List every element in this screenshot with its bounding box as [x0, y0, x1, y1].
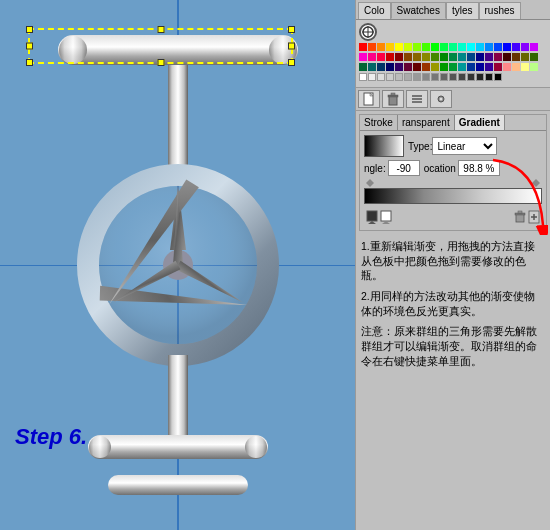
swatch-cell[interactable] [530, 43, 538, 51]
swatch-cell[interactable] [521, 53, 529, 61]
grayscale-swatch[interactable] [413, 73, 421, 81]
grayscale-swatch[interactable] [422, 73, 430, 81]
gradient-bar[interactable] [364, 188, 542, 204]
swatch-cell[interactable] [449, 63, 457, 71]
swatch-cell[interactable] [395, 43, 403, 51]
icon-settings[interactable] [430, 90, 452, 108]
grayscale-swatch[interactable] [368, 73, 376, 81]
swatch-cell[interactable] [368, 63, 376, 71]
swatch-cell[interactable] [530, 63, 538, 71]
grayscale-swatch[interactable] [377, 73, 385, 81]
angle-input[interactable] [388, 160, 420, 176]
swatch-cell[interactable] [521, 43, 529, 51]
type-select[interactable]: Linear [432, 137, 497, 155]
grayscale-swatch[interactable] [449, 73, 457, 81]
stop-diamond-right[interactable] [532, 179, 540, 187]
swatch-cell[interactable] [404, 53, 412, 61]
stop-black[interactable] [366, 210, 378, 224]
swatch-cell[interactable] [404, 63, 412, 71]
swatch-cell[interactable] [512, 63, 520, 71]
swatch-cell[interactable] [413, 53, 421, 61]
icon-menu[interactable] [406, 90, 428, 108]
stop-white[interactable] [380, 210, 392, 224]
handle-mr[interactable] [288, 43, 295, 50]
handle-tl[interactable] [26, 26, 33, 33]
handle-bm[interactable] [157, 59, 164, 66]
swatch-cell[interactable] [386, 63, 394, 71]
grayscale-swatch[interactable] [395, 73, 403, 81]
stop-diamond-left[interactable] [366, 179, 374, 187]
tab-color[interactable]: Colo [358, 2, 391, 19]
swatch-cell[interactable] [521, 63, 529, 71]
swatch-cell[interactable] [422, 53, 430, 61]
swatch-cell[interactable] [368, 53, 376, 61]
swatch-cell[interactable] [467, 53, 475, 61]
handle-bl[interactable] [26, 59, 33, 66]
grad-tab-stroke[interactable]: Stroke [360, 115, 398, 130]
swatch-cell[interactable] [395, 53, 403, 61]
grayscale-swatch[interactable] [431, 73, 439, 81]
grayscale-swatch[interactable] [494, 73, 502, 81]
swatch-cell[interactable] [467, 43, 475, 51]
handle-tm[interactable] [157, 26, 164, 33]
grayscale-swatch[interactable] [467, 73, 475, 81]
stop-add[interactable] [528, 210, 540, 224]
tab-swatches[interactable]: Swatches [391, 2, 446, 19]
swatch-cell[interactable] [359, 53, 367, 61]
grayscale-swatch[interactable] [404, 73, 412, 81]
swatch-cell[interactable] [395, 63, 403, 71]
grayscale-swatch[interactable] [359, 73, 367, 81]
tab-brushes[interactable]: rushes [479, 2, 521, 19]
swatch-cell[interactable] [377, 43, 385, 51]
swatch-cell[interactable] [485, 43, 493, 51]
swatch-cell[interactable] [386, 43, 394, 51]
swatch-cell[interactable] [404, 43, 412, 51]
grad-tab-transparent[interactable]: ransparent [398, 115, 455, 130]
grayscale-swatch[interactable] [458, 73, 466, 81]
icon-new[interactable] [358, 90, 380, 108]
swatch-cell[interactable] [494, 43, 502, 51]
swatch-cell[interactable] [386, 53, 394, 61]
swatch-cell[interactable] [512, 53, 520, 61]
swatch-cell[interactable] [476, 53, 484, 61]
grayscale-swatch[interactable] [386, 73, 394, 81]
grayscale-swatch[interactable] [476, 73, 484, 81]
swatch-cell[interactable] [485, 53, 493, 61]
location-input[interactable] [458, 160, 500, 176]
swatch-cell[interactable] [503, 63, 511, 71]
swatch-cell[interactable] [485, 63, 493, 71]
swatch-cell[interactable] [359, 43, 367, 51]
swatch-cell[interactable] [530, 53, 538, 61]
handle-ml[interactable] [26, 43, 33, 50]
swatch-cell[interactable] [476, 43, 484, 51]
swatch-cell[interactable] [458, 43, 466, 51]
icon-trash[interactable] [382, 90, 404, 108]
swatch-cell[interactable] [494, 53, 502, 61]
swatch-cell[interactable] [440, 63, 448, 71]
swatch-cell[interactable] [413, 43, 421, 51]
swatch-cell[interactable] [431, 43, 439, 51]
swatch-cell[interactable] [440, 43, 448, 51]
target-icon[interactable] [359, 23, 377, 41]
swatch-cell[interactable] [512, 43, 520, 51]
swatch-cell[interactable] [431, 63, 439, 71]
swatch-cell[interactable] [467, 63, 475, 71]
swatch-cell[interactable] [458, 53, 466, 61]
swatch-cell[interactable] [431, 53, 439, 61]
swatch-cell[interactable] [413, 63, 421, 71]
grayscale-swatch[interactable] [440, 73, 448, 81]
swatch-cell[interactable] [458, 63, 466, 71]
swatch-cell[interactable] [476, 63, 484, 71]
swatch-cell[interactable] [449, 43, 457, 51]
swatch-cell[interactable] [494, 63, 502, 71]
swatch-cell[interactable] [503, 43, 511, 51]
swatch-cell[interactable] [503, 53, 511, 61]
tab-styles[interactable]: tyles [446, 2, 479, 19]
handle-br[interactable] [288, 59, 295, 66]
swatch-cell[interactable] [377, 63, 385, 71]
swatch-cell[interactable] [422, 43, 430, 51]
grayscale-swatch[interactable] [485, 73, 493, 81]
handle-tr[interactable] [288, 26, 295, 33]
swatch-cell[interactable] [422, 63, 430, 71]
swatch-cell[interactable] [449, 53, 457, 61]
